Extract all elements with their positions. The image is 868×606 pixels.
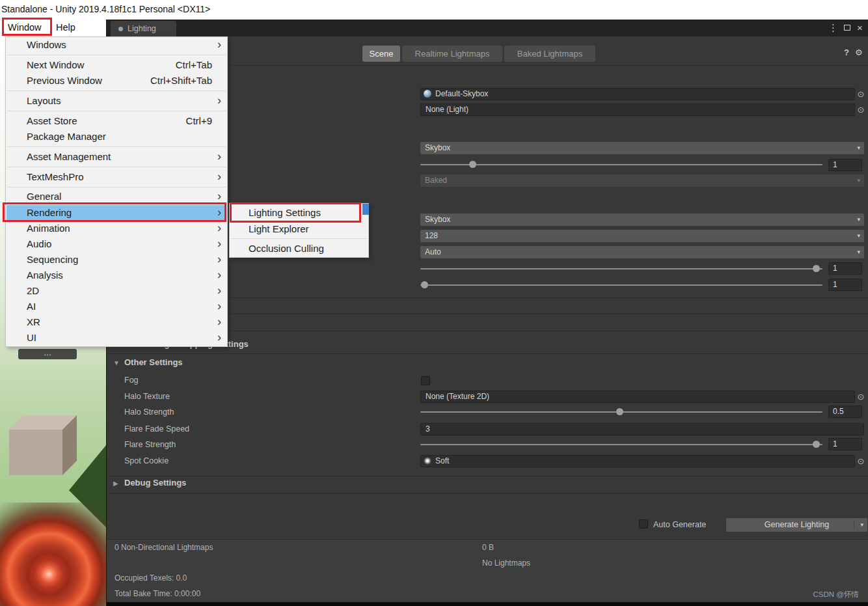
menu-item-asset-management[interactable]: Asset Management ›	[7, 149, 226, 165]
menu-item-layouts[interactable]: Layouts ›	[7, 93, 226, 109]
maximize-icon[interactable]	[844, 25, 850, 31]
cube-front-face	[9, 430, 62, 475]
dropdown-arrow-icon: ▾	[857, 174, 860, 187]
menu-separator	[7, 55, 226, 55]
menu-window[interactable]: Window	[3, 18, 47, 36]
refl-intensity-slider-handle[interactable]	[813, 265, 820, 272]
submenu-arrow-icon: ›	[217, 221, 221, 235]
sun-source-field[interactable]: None (Light)	[420, 103, 855, 116]
window-title: Standalone - Unity 2019.4.18f1c1 Persona…	[1, 4, 210, 14]
menu-item-general[interactable]: General ›	[7, 189, 226, 204]
auto-generate-checkbox[interactable]	[639, 519, 648, 529]
menu-item-label: Audio	[27, 236, 51, 252]
menu-item-ai[interactable]: AI ›	[7, 299, 226, 314]
menu-item-label: UI	[27, 330, 36, 346]
generate-lighting-button[interactable]: Generate Lighting ▾	[726, 518, 867, 532]
intensity-slider-handle[interactable]	[469, 161, 476, 168]
submenu-item-occlusion-culling[interactable]: Occlusion Culling	[230, 241, 450, 256]
fog-label: Fog	[124, 376, 139, 385]
halo-strength-value-field[interactable]: 0.5	[828, 406, 862, 418]
refl-bounces-slider-handle[interactable]	[421, 281, 428, 288]
close-icon[interactable]: ×	[857, 22, 863, 33]
tab-scene[interactable]: Scene	[362, 46, 400, 62]
tab-dot-icon	[118, 27, 123, 31]
fog-checkbox[interactable]	[421, 376, 430, 385]
flare-strength-slider-handle[interactable]	[813, 441, 820, 448]
halo-strength-label: Halo Strength	[124, 407, 174, 417]
flare-fade-speed-field[interactable]: 3	[420, 423, 864, 435]
object-picker-icon[interactable]: ⊙	[856, 455, 866, 467]
spot-cookie-value: Soft	[435, 456, 449, 465]
status-no-lightmaps: No Lightmaps	[482, 558, 530, 568]
tab-lighting[interactable]: Lighting	[111, 21, 176, 36]
object-picker-icon[interactable]: ⊙	[856, 88, 866, 100]
refl-bounces-slider-track[interactable]	[420, 284, 822, 286]
other-settings-header[interactable]: Other Settings	[124, 357, 183, 368]
menu-item-label: Analysis	[27, 268, 63, 283]
refl-intensity-value-field[interactable]: 1	[828, 262, 862, 275]
menu-item-previous-window[interactable]: Previous Window Ctrl+Shift+Tab	[7, 73, 226, 89]
submenu-arrow-icon: ›	[217, 205, 221, 219]
menu-item-2d[interactable]: 2D ›	[7, 283, 226, 299]
status-lightmaps: 0 Non-Directional Lightmaps	[115, 543, 213, 552]
intensity-value-field[interactable]: 1	[828, 159, 862, 171]
tab-realtime-lightmaps[interactable]: Realtime Lightmaps	[402, 46, 502, 62]
skybox-material-field[interactable]: Default-Skybox	[420, 88, 855, 100]
reflection-compression-dropdown[interactable]: Auto ▾	[420, 246, 864, 258]
kebab-menu-icon[interactable]: ⋮	[828, 22, 838, 34]
menu-item-animation[interactable]: Animation ›	[7, 221, 226, 236]
intensity-slider-track[interactable]	[420, 164, 822, 165]
menu-item-analysis[interactable]: Analysis ›	[7, 268, 226, 283]
menu-item-label: Light Explorer	[249, 221, 309, 237]
gear-icon[interactable]: ⚙	[855, 48, 863, 57]
debug-settings-header[interactable]: Debug Settings	[124, 478, 186, 488]
help-icon[interactable]: ?	[844, 48, 849, 57]
refl-intensity-slider-track[interactable]	[420, 268, 822, 269]
menu-item-ui[interactable]: UI ›	[7, 330, 226, 346]
menu-item-sequencing[interactable]: Sequencing ›	[7, 252, 226, 268]
object-picker-icon[interactable]: ⊙	[856, 391, 866, 403]
menu-bar: Window Help	[0, 18, 106, 36]
auto-generate-label: Auto Generate	[653, 520, 706, 530]
foldout-open-icon[interactable]: ▼	[113, 358, 120, 368]
env-lighting-source-dropdown[interactable]: Skybox ▾	[420, 142, 864, 154]
divider	[107, 353, 868, 354]
scene-toolbar-pill[interactable]: …	[18, 349, 77, 359]
menu-item-xr[interactable]: XR ›	[7, 314, 226, 330]
menu-separator	[7, 90, 226, 91]
reflection-resolution-dropdown[interactable]: 128 ▾	[420, 230, 864, 242]
status-size: 0 B	[482, 543, 494, 552]
menu-item-next-window[interactable]: Next Window Ctrl+Tab	[7, 57, 226, 73]
refl-bounces-value-field[interactable]: 1	[828, 279, 862, 291]
menu-item-rendering[interactable]: Rendering ›	[7, 205, 226, 221]
reflection-source-dropdown[interactable]: Skybox ▾	[420, 213, 864, 226]
flare-fade-speed-value: 3	[426, 424, 430, 434]
tab-baked-lightmaps[interactable]: Baked Lightmaps	[504, 46, 595, 62]
menu-item-package-manager[interactable]: Package Manager	[7, 129, 226, 145]
menu-item-label: Package Manager	[27, 129, 106, 145]
submenu-item-light-explorer[interactable]: Light Explorer	[230, 221, 450, 237]
flare-strength-slider-track[interactable]	[420, 444, 822, 445]
submenu-arrow-icon: ›	[217, 149, 221, 163]
submenu-arrow-icon: ›	[217, 189, 221, 203]
menu-item-windows[interactable]: Windows ›	[7, 37, 226, 53]
halo-strength-slider-handle[interactable]	[616, 408, 623, 415]
menu-item-label: Rendering	[27, 205, 72, 221]
menu-shortcut: Ctrl+Tab	[176, 57, 212, 73]
object-picker-icon[interactable]: ⊙	[856, 103, 866, 116]
halo-texture-field[interactable]: None (Texture 2D)	[420, 391, 855, 403]
menu-item-audio[interactable]: Audio ›	[7, 236, 226, 252]
submenu-arrow-icon: ›	[217, 314, 221, 329]
menu-item-label: TextMeshPro	[27, 169, 84, 185]
menu-help[interactable]: Help	[51, 18, 81, 36]
flare-strength-value-field[interactable]: 1	[828, 438, 862, 450]
button-split-divider	[854, 520, 854, 530]
menu-item-asset-store[interactable]: Asset Store Ctrl+9	[7, 113, 226, 129]
skybox-material-value: Default-Skybox	[435, 89, 488, 98]
menu-item-textmeshpro[interactable]: TextMeshPro ›	[7, 169, 226, 185]
spot-cookie-field[interactable]: Soft	[420, 455, 855, 467]
flare-fade-speed-label: Flare Fade Speed	[124, 424, 189, 434]
foldout-closed-icon[interactable]: ▶	[113, 478, 118, 489]
menu-item-label: Occlusion Culling	[249, 241, 324, 256]
submenu-item-lighting-settings[interactable]: Lighting Settings	[230, 205, 450, 221]
